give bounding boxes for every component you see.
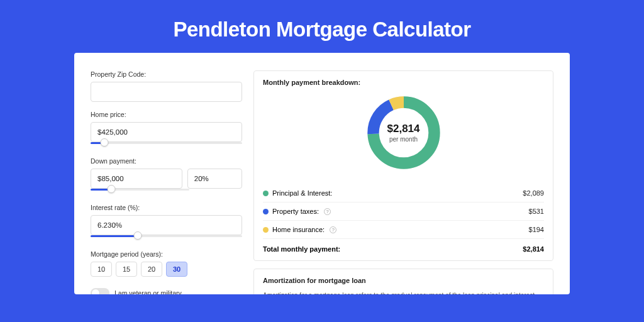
interest-field: Interest rate (%): [91, 204, 242, 242]
legend-label: Property taxes: [272, 208, 319, 215]
donut-amount: $2,814 [387, 123, 420, 135]
info-icon[interactable]: ? [324, 208, 331, 215]
period-option-30[interactable]: 30 [166, 262, 187, 277]
info-icon[interactable]: ? [330, 226, 336, 233]
period-field: Mortgage period (years): 10152030 [91, 250, 242, 277]
legend-row: Principal & Interest:$2,089 [263, 184, 544, 202]
total-label: Total monthly payment: [263, 245, 340, 253]
donut-sub: per month [389, 136, 418, 143]
zip-label: Property Zip Code: [91, 70, 242, 78]
slider-fill [91, 235, 138, 237]
legend-value: $531 [529, 208, 544, 215]
legend-row: Home insurance:?$194 [263, 220, 544, 238]
zip-input[interactable] [91, 82, 242, 102]
home-price-slider[interactable] [91, 140, 242, 148]
calculator-card: Property Zip Code: Home price: Down paym… [74, 53, 570, 294]
breakdown-panel: Monthly payment breakdown: $2,814 per mo… [253, 70, 553, 261]
slider-track [91, 142, 242, 144]
amortization-body: Amortization for a mortgage loan refers … [263, 291, 544, 294]
payment-donut-chart: $2,814 per month [364, 92, 444, 173]
down-payment-field: Down payment: [91, 157, 242, 195]
total-value: $2,814 [523, 245, 544, 253]
home-price-label: Home price: [91, 111, 242, 118]
home-price-field: Home price: [91, 111, 242, 148]
amortization-panel: Amortization for mortgage loan Amortizat… [253, 269, 553, 294]
page-title: Pendleton Mortgage Calculator [173, 18, 470, 42]
period-option-20[interactable]: 20 [141, 262, 162, 277]
down-payment-pct-input[interactable] [187, 169, 242, 189]
legend-label: Home insurance: [272, 226, 325, 233]
zip-field: Property Zip Code: [91, 70, 242, 102]
slider-thumb[interactable] [107, 185, 115, 193]
period-label: Mortgage period (years): [91, 250, 242, 258]
legend-value: $2,089 [523, 189, 544, 197]
results-column: Monthly payment breakdown: $2,814 per mo… [253, 70, 553, 294]
slider-thumb[interactable] [133, 231, 142, 240]
veteran-row: I am veteran or military [91, 288, 242, 294]
breakdown-title: Monthly payment breakdown: [263, 79, 544, 86]
legend-label: Principal & Interest: [272, 189, 332, 197]
legend: Principal & Interest:$2,089Property taxe… [263, 184, 544, 238]
period-options: 10152030 [91, 262, 242, 277]
down-payment-slider[interactable] [91, 186, 189, 195]
interest-label: Interest rate (%): [91, 204, 242, 211]
legend-row: Property taxes:?$531 [263, 202, 544, 220]
donut-center: $2,814 per month [364, 92, 444, 173]
slider-thumb[interactable] [100, 138, 108, 147]
donut-wrap: $2,814 per month [263, 92, 544, 173]
legend-dot-icon [263, 227, 269, 233]
period-option-15[interactable]: 15 [116, 262, 137, 277]
legend-value: $194 [529, 226, 544, 233]
interest-slider[interactable] [91, 233, 242, 242]
veteran-toggle[interactable] [91, 288, 109, 294]
form-column: Property Zip Code: Home price: Down paym… [91, 70, 242, 294]
down-payment-label: Down payment: [91, 157, 242, 165]
veteran-label: I am veteran or military [114, 289, 182, 294]
total-row: Total monthly payment: $2,814 [263, 238, 544, 258]
period-option-10[interactable]: 10 [91, 262, 112, 277]
toggle-knob [92, 289, 99, 294]
amortization-title: Amortization for mortgage loan [263, 277, 544, 284]
legend-dot-icon [263, 191, 269, 196]
legend-dot-icon [263, 209, 269, 214]
